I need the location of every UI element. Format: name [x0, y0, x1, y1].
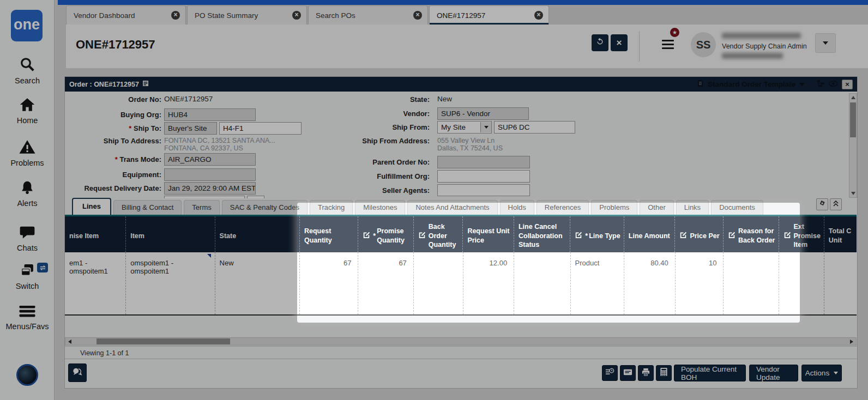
tab-po-state-summary[interactable]: PO State Summary × — [187, 5, 307, 25]
tab-close-icon[interactable]: × — [413, 11, 422, 20]
cell-promise-quantity[interactable]: 67 — [358, 252, 413, 314]
refresh-button[interactable] — [592, 34, 608, 51]
col-line-cancel-collab-status[interactable]: Line Cancel Collaboration Status — [514, 216, 570, 252]
tab-close-icon[interactable]: × — [292, 11, 301, 20]
request-delivery-date-field[interactable]: Jan 29, 2022 9:00 AM EST — [164, 182, 256, 195]
one-logo[interactable]: one — [11, 10, 43, 41]
cell-request-quantity[interactable]: 67 — [300, 252, 358, 314]
tab-other[interactable]: Other — [640, 200, 674, 215]
user-menu-button[interactable] — [815, 33, 836, 53]
scroll-up-icon[interactable] — [851, 96, 855, 99]
tab-notes-attachments[interactable]: Notes And Attachments — [407, 200, 497, 215]
parent-order-no-field[interactable] — [437, 156, 530, 168]
tab-links[interactable]: Links — [676, 200, 709, 215]
cell-promise-item[interactable]: em1 - omspoitem1 — [65, 252, 126, 314]
ship-from-site-field[interactable]: SUP6 DC — [494, 121, 575, 134]
ship-to-site-type-field[interactable]: Buyer's Site — [164, 122, 217, 135]
col-state[interactable]: State — [215, 216, 300, 252]
collaboration-chat-button[interactable] — [68, 363, 87, 382]
print-button[interactable] — [638, 365, 654, 381]
col-promise-item[interactable]: nise Item — [65, 216, 126, 252]
avatar[interactable]: SS — [691, 32, 716, 57]
sidebar-item-home[interactable]: Home — [0, 97, 55, 125]
tab-close-icon[interactable]: × — [534, 11, 543, 20]
cell-price-per[interactable]: 10 — [676, 252, 724, 314]
tab-milestones[interactable]: Milestones — [355, 200, 405, 215]
tab-holds[interactable]: Holds — [500, 200, 534, 215]
switch-badge-icon[interactable] — [37, 263, 48, 272]
col-promise-quantity[interactable]: *Promise Quantity — [358, 216, 413, 252]
scrollbar-thumb[interactable] — [850, 102, 856, 137]
grid-data-row[interactable]: em1 - omspoitem1 omspoitem1 - omspoitem1… — [65, 252, 857, 316]
cell-state[interactable]: New — [215, 252, 300, 314]
tab-references[interactable]: References — [537, 200, 589, 215]
sidebar-item-chats[interactable]: Chats — [0, 225, 55, 252]
template-caret-icon[interactable] — [799, 83, 805, 86]
sidebar-item-alerts[interactable]: Alerts — [0, 180, 55, 208]
collapse-section-button[interactable] — [830, 198, 842, 210]
tab-tracking[interactable]: Tracking — [310, 200, 353, 215]
col-price-per[interactable]: Price Per — [675, 216, 724, 252]
col-total-unit[interactable]: Total C Unit — [824, 216, 857, 252]
col-request-unit-price[interactable]: Request Unit Price — [463, 216, 514, 252]
cell-back-order-quantity[interactable] — [414, 252, 463, 314]
col-request-quantity[interactable]: Request Quantity — [300, 216, 358, 252]
scroll-right-icon[interactable] — [850, 340, 853, 344]
cell-line-type[interactable]: Product — [571, 252, 625, 314]
tab-one-1712957[interactable]: ONE#1712957 × — [429, 5, 549, 25]
populate-current-boh-button[interactable]: Populate Current BOH — [674, 365, 746, 381]
vendor-update-button[interactable]: Vendor Update — [749, 365, 798, 381]
tab-lines[interactable]: Lines — [72, 198, 111, 215]
email-button[interactable] — [620, 365, 636, 381]
sidebar-item-menus-favs[interactable]: Menus/Favs — [0, 304, 55, 331]
hierarchy-icon[interactable] — [816, 80, 825, 89]
fields-scrollbar[interactable] — [849, 93, 857, 198]
template-selector[interactable]: Standard Order Template — [708, 80, 795, 88]
cell-ext-promise-item[interactable] — [779, 252, 824, 314]
audit-trail-button[interactable] — [602, 365, 618, 381]
col-back-order-quantity[interactable]: Back Order Quantity — [414, 216, 463, 252]
col-line-type[interactable]: *Line Type — [570, 216, 624, 252]
fulfillment-org-field[interactable] — [437, 170, 530, 183]
scroll-left-icon[interactable] — [68, 340, 71, 344]
panel-close-button[interactable]: × — [842, 80, 853, 89]
tab-sac-penalty-codes[interactable]: SAC & Penalty Codes — [222, 200, 308, 215]
cell-item[interactable]: omspoitem1 - omspoitem1 — [126, 252, 215, 314]
tab-documents[interactable]: Documents — [711, 200, 763, 215]
ship-to-site-field[interactable]: H4-F1 — [219, 122, 302, 135]
sidebar-item-problems[interactable]: Problems — [0, 139, 55, 167]
scrollbar-thumb[interactable] — [97, 338, 230, 344]
tab-vendor-dashboard[interactable]: Vendor Dashboard × — [66, 5, 186, 25]
cell-line-amount[interactable]: 80.40 — [624, 252, 676, 314]
col-item[interactable]: Item — [126, 216, 215, 252]
eye-icon[interactable] — [829, 81, 838, 88]
grid-settings-button[interactable] — [816, 198, 828, 210]
col-reason-for-back-order[interactable]: Reason for Back Order — [724, 216, 779, 252]
document-icon[interactable] — [142, 80, 149, 88]
vendor-field[interactable]: SUP6 - Vendor — [437, 107, 529, 120]
buying-org-field[interactable]: HUB4 — [164, 108, 256, 121]
tab-search-pos[interactable]: Search POs × — [308, 5, 428, 25]
close-page-button[interactable]: × — [611, 34, 628, 51]
calculate-button[interactable] — [656, 365, 672, 381]
cell-request-unit-price[interactable]: 12.00 — [463, 252, 515, 314]
tab-problems[interactable]: Problems — [591, 200, 637, 215]
global-menu-button[interactable] — [662, 40, 674, 50]
cell-total-unit[interactable] — [824, 252, 857, 314]
app-brand-logo[interactable] — [16, 364, 38, 386]
trans-mode-field[interactable]: AIR_CARGO — [164, 153, 256, 166]
ship-from-select[interactable]: My Site — [437, 121, 492, 134]
actions-button[interactable]: Actions — [801, 365, 842, 381]
seller-agents-field[interactable] — [437, 184, 530, 196]
col-ext-promise-item[interactable]: Ext Promise Item — [779, 216, 824, 252]
cell-reason-for-back-order[interactable] — [724, 252, 779, 314]
scroll-down-icon[interactable] — [851, 192, 855, 195]
sidebar-item-search[interactable]: Search — [0, 56, 55, 85]
tab-billing-contact[interactable]: Billing & Contact — [113, 200, 182, 215]
tab-terms[interactable]: Terms — [184, 200, 219, 215]
grid-horizontal-scrollbar[interactable] — [65, 337, 857, 346]
cell-line-cancel-collab-status[interactable] — [514, 252, 570, 314]
col-line-amount[interactable]: Line Amount — [624, 216, 676, 252]
equipment-field[interactable] — [164, 168, 256, 181]
tab-close-icon[interactable]: × — [171, 11, 180, 20]
